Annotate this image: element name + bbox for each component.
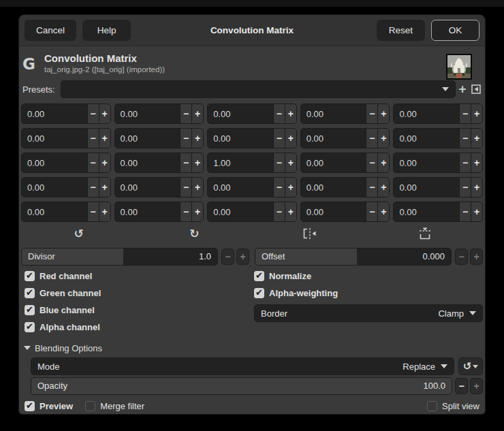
matrix-cell-increment-button[interactable]	[285, 129, 296, 148]
matrix-cell-increment-button[interactable]	[377, 129, 389, 148]
matrix-cell-input[interactable]: 0.00	[22, 153, 87, 172]
matrix-cell-input[interactable]: 0.00	[115, 104, 180, 123]
matrix-cell-input[interactable]: 0.00	[301, 129, 366, 148]
matrix-cell-increment-button[interactable]	[285, 202, 296, 221]
matrix-cell-input[interactable]: 0.00	[394, 104, 459, 123]
option-toggle[interactable]: Green channel	[25, 287, 254, 299]
matrix-cell-input[interactable]: 0.00	[22, 129, 87, 148]
matrix-cell-decrement-button[interactable]	[459, 104, 471, 123]
checkbox[interactable]	[25, 305, 35, 315]
option-toggle[interactable]: Alpha-weighting	[254, 287, 483, 299]
matrix-cell-input[interactable]: 0.00	[115, 202, 180, 221]
matrix-cell-input[interactable]: 1.00	[208, 153, 273, 172]
matrix-cell-input[interactable]: 0.00	[394, 202, 459, 221]
matrix-cell-decrement-button[interactable]	[273, 129, 285, 148]
flip-vertical-button[interactable]	[368, 227, 484, 240]
matrix-cell-decrement-button[interactable]	[180, 129, 191, 148]
opacity-decrement-button[interactable]	[455, 378, 468, 394]
matrix-cell-decrement-button[interactable]	[366, 104, 377, 123]
matrix-cell-input[interactable]: 0.00	[115, 129, 180, 148]
matrix-cell-decrement-button[interactable]	[180, 104, 191, 123]
mode-group-reset-button[interactable]	[458, 357, 483, 375]
offset-decrement-button[interactable]	[455, 249, 468, 265]
matrix-cell-decrement-button[interactable]	[459, 202, 471, 221]
matrix-cell-input[interactable]: 0.00	[208, 202, 273, 221]
opacity-slider[interactable]: Opacity 100.0	[31, 377, 452, 395]
matrix-cell-increment-button[interactable]	[285, 178, 296, 197]
matrix-cell-input[interactable]: 0.00	[301, 202, 366, 221]
matrix-cell-decrement-button[interactable]	[366, 153, 377, 172]
matrix-cell-decrement-button[interactable]	[459, 153, 471, 172]
rotate-left-button[interactable]	[21, 227, 137, 240]
add-preset-button[interactable]: +	[456, 82, 469, 97]
manage-presets-button[interactable]	[469, 82, 483, 97]
matrix-cell-increment-button[interactable]	[377, 202, 389, 221]
matrix-cell-decrement-button[interactable]	[87, 129, 99, 148]
reset-button[interactable]: Reset	[377, 20, 425, 41]
matrix-cell-decrement-button[interactable]	[87, 202, 99, 221]
checkbox[interactable]	[25, 322, 35, 332]
cancel-button[interactable]: Cancel	[25, 20, 76, 41]
preview-toggle[interactable]: Preview	[25, 401, 73, 411]
flip-horizontal-button[interactable]	[252, 227, 368, 240]
matrix-cell-input[interactable]: 0.00	[208, 178, 273, 197]
matrix-cell-input[interactable]: 0.00	[22, 202, 87, 221]
matrix-cell-decrement-button[interactable]	[459, 178, 471, 197]
matrix-cell-input[interactable]: 0.00	[301, 178, 366, 197]
option-toggle[interactable]: Red channel	[25, 270, 254, 282]
border-select[interactable]: Border Clamp	[254, 304, 483, 322]
matrix-cell-decrement-button[interactable]	[273, 202, 285, 221]
divisor-slider[interactable]: Divisor 1.0	[21, 248, 218, 266]
matrix-cell-increment-button[interactable]	[99, 202, 110, 221]
matrix-cell-increment-button[interactable]	[191, 178, 203, 197]
matrix-cell-input[interactable]: 0.00	[208, 104, 273, 123]
divisor-increment-button[interactable]	[236, 249, 249, 265]
ok-button[interactable]: OK	[431, 20, 479, 41]
opacity-increment-button[interactable]	[470, 378, 483, 394]
matrix-cell-input[interactable]: 0.00	[394, 178, 459, 197]
matrix-cell-increment-button[interactable]	[191, 153, 203, 172]
matrix-cell-input[interactable]: 0.00	[115, 153, 180, 172]
matrix-cell-increment-button[interactable]	[99, 104, 110, 123]
matrix-cell-input[interactable]: 0.00	[115, 178, 180, 197]
matrix-cell-increment-button[interactable]	[377, 153, 389, 172]
matrix-cell-decrement-button[interactable]	[273, 178, 285, 197]
option-toggle[interactable]: Normalize	[254, 270, 483, 282]
mode-select[interactable]: Mode Replace	[31, 357, 454, 375]
option-toggle[interactable]: Alpha channel	[25, 321, 254, 333]
matrix-cell-decrement-button[interactable]	[87, 178, 99, 197]
matrix-cell-increment-button[interactable]	[471, 202, 482, 221]
matrix-cell-increment-button[interactable]	[191, 104, 203, 123]
checkbox[interactable]	[25, 288, 35, 298]
checkbox[interactable]	[25, 271, 35, 281]
matrix-cell-decrement-button[interactable]	[180, 202, 191, 221]
matrix-cell-input[interactable]: 0.00	[22, 104, 87, 123]
matrix-cell-input[interactable]: 0.00	[22, 178, 87, 197]
matrix-cell-decrement-button[interactable]	[180, 178, 191, 197]
matrix-cell-decrement-button[interactable]	[459, 129, 471, 148]
matrix-cell-decrement-button[interactable]	[366, 202, 377, 221]
presets-combobox[interactable]	[61, 80, 456, 98]
preview-checkbox[interactable]	[25, 401, 35, 411]
matrix-cell-increment-button[interactable]	[191, 129, 203, 148]
merge-filter-checkbox[interactable]	[85, 401, 95, 411]
matrix-cell-input[interactable]: 0.00	[301, 104, 366, 123]
matrix-cell-increment-button[interactable]	[99, 178, 110, 197]
matrix-cell-increment-button[interactable]	[471, 104, 482, 123]
matrix-cell-decrement-button[interactable]	[273, 153, 285, 172]
split-view-toggle[interactable]: Split view	[427, 401, 479, 411]
merge-filter-toggle[interactable]: Merge filter	[85, 401, 144, 411]
matrix-cell-decrement-button[interactable]	[366, 129, 377, 148]
matrix-cell-increment-button[interactable]	[285, 104, 296, 123]
matrix-cell-decrement-button[interactable]	[366, 178, 377, 197]
matrix-cell-input[interactable]: 0.00	[208, 129, 273, 148]
option-toggle[interactable]: Blue channel	[25, 304, 254, 316]
rotate-right-button[interactable]	[137, 227, 253, 240]
matrix-cell-increment-button[interactable]	[99, 153, 110, 172]
matrix-cell-decrement-button[interactable]	[273, 104, 285, 123]
matrix-cell-decrement-button[interactable]	[180, 153, 191, 172]
matrix-cell-increment-button[interactable]	[191, 202, 203, 221]
matrix-cell-increment-button[interactable]	[471, 153, 482, 172]
offset-increment-button[interactable]	[470, 249, 483, 265]
offset-slider[interactable]: Offset 0.000	[255, 248, 452, 266]
